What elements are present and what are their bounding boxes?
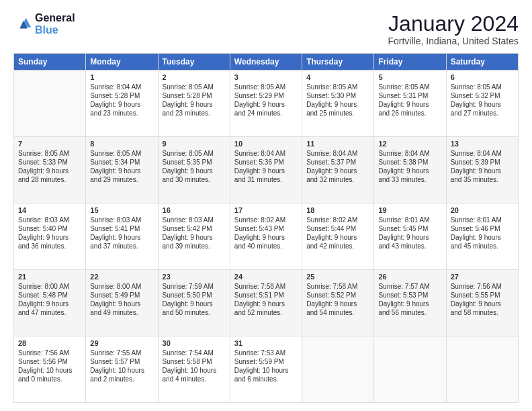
day-info: Daylight: 9 hours: [18, 167, 81, 175]
day-info: Sunset: 5:50 PM: [163, 291, 226, 300]
day-cell: 2Sunrise: 8:05 AMSunset: 5:28 PMDaylight…: [158, 71, 230, 137]
week-row-2: 7Sunrise: 8:05 AMSunset: 5:33 PMDaylight…: [14, 137, 519, 203]
day-info: and 23 minutes.: [163, 109, 226, 118]
week-row-3: 14Sunrise: 8:03 AMSunset: 5:40 PMDayligh…: [14, 203, 519, 270]
day-info: Sunset: 5:43 PM: [234, 224, 298, 233]
day-number: 12: [378, 140, 441, 148]
day-info: Daylight: 9 hours: [163, 167, 226, 175]
day-info: Daylight: 9 hours: [378, 167, 441, 175]
day-number: 7: [18, 140, 81, 148]
day-info: and 4 minutes.: [163, 375, 226, 383]
day-info: and 24 minutes.: [234, 109, 298, 118]
day-info: Sunset: 5:38 PM: [378, 158, 441, 167]
day-number: 4: [306, 73, 369, 81]
logo-icon: [13, 15, 32, 34]
header-tuesday: Tuesday: [158, 54, 230, 71]
location: Fortville, Indiana, United States: [388, 36, 519, 46]
day-info: and 30 minutes.: [163, 175, 226, 184]
day-info: Sunset: 5:29 PM: [234, 91, 298, 100]
day-cell: 6Sunrise: 8:05 AMSunset: 5:32 PMDaylight…: [446, 71, 518, 137]
day-number: 19: [378, 206, 441, 214]
day-cell: 26Sunrise: 7:57 AMSunset: 5:53 PMDayligh…: [374, 270, 446, 336]
day-number: 24: [234, 273, 298, 281]
day-info: Sunrise: 8:04 AM: [234, 149, 298, 158]
day-number: 8: [90, 140, 153, 148]
day-info: Sunrise: 8:02 AM: [306, 216, 369, 224]
day-number: 17: [234, 206, 298, 214]
day-info: and 49 minutes.: [90, 308, 153, 317]
day-info: Daylight: 9 hours: [234, 100, 298, 109]
day-info: Sunrise: 8:04 AM: [306, 149, 369, 158]
day-info: Daylight: 9 hours: [378, 233, 441, 242]
calendar-table: SundayMondayTuesdayWednesdayThursdayFrid…: [13, 53, 519, 403]
day-info: Daylight: 9 hours: [90, 100, 153, 109]
day-info: Sunrise: 7:58 AM: [306, 282, 369, 291]
day-cell: 19Sunrise: 8:01 AMSunset: 5:45 PMDayligh…: [374, 203, 446, 270]
day-info: Sunset: 5:49 PM: [90, 291, 153, 300]
day-number: 1: [90, 73, 153, 81]
day-cell: 21Sunrise: 8:00 AMSunset: 5:48 PMDayligh…: [14, 270, 86, 336]
day-info: and 26 minutes.: [378, 109, 441, 118]
day-info: and 2 minutes.: [90, 375, 153, 383]
header-sunday: Sunday: [14, 54, 86, 71]
day-info: Sunset: 5:35 PM: [163, 158, 226, 167]
day-info: Sunset: 5:32 PM: [451, 91, 514, 100]
day-info: Daylight: 9 hours: [451, 233, 514, 242]
day-info: Sunset: 5:45 PM: [378, 224, 441, 233]
day-cell: 22Sunrise: 8:00 AMSunset: 5:49 PMDayligh…: [86, 270, 158, 336]
day-number: 28: [18, 339, 81, 347]
day-info: Daylight: 9 hours: [378, 100, 441, 109]
day-info: Daylight: 9 hours: [306, 167, 369, 175]
day-info: and 45 minutes.: [451, 242, 514, 250]
day-info: and 33 minutes.: [378, 175, 441, 184]
day-number: 13: [451, 140, 514, 148]
day-cell: 25Sunrise: 7:58 AMSunset: 5:52 PMDayligh…: [302, 270, 374, 336]
day-info: Sunset: 5:46 PM: [451, 224, 514, 233]
day-info: Sunset: 5:56 PM: [18, 357, 81, 366]
day-cell: [446, 336, 518, 403]
day-info: Daylight: 9 hours: [378, 300, 441, 308]
week-row-1: 1Sunrise: 8:04 AMSunset: 5:28 PMDaylight…: [14, 71, 519, 137]
day-number: 11: [306, 140, 369, 148]
day-info: and 36 minutes.: [18, 242, 81, 250]
day-info: and 52 minutes.: [234, 308, 298, 317]
day-info: and 43 minutes.: [378, 242, 441, 250]
day-info: and 58 minutes.: [451, 308, 514, 317]
day-number: 20: [451, 206, 514, 214]
day-info: and 50 minutes.: [163, 308, 226, 317]
day-info: and 35 minutes.: [451, 175, 514, 184]
day-info: Sunrise: 7:53 AM: [234, 349, 298, 357]
day-info: Daylight: 10 hours: [163, 366, 226, 375]
day-number: 25: [306, 273, 369, 281]
day-cell: 12Sunrise: 8:04 AMSunset: 5:38 PMDayligh…: [374, 137, 446, 203]
day-cell: 16Sunrise: 8:03 AMSunset: 5:42 PMDayligh…: [158, 203, 230, 270]
day-info: Sunset: 5:57 PM: [90, 357, 153, 366]
day-info: Daylight: 10 hours: [90, 366, 153, 375]
day-info: Sunset: 5:59 PM: [234, 357, 298, 366]
month-title: January 2024: [388, 12, 519, 36]
day-info: Sunset: 5:40 PM: [18, 224, 81, 233]
day-info: and 25 minutes.: [306, 109, 369, 118]
day-number: 23: [163, 273, 226, 281]
day-info: Daylight: 9 hours: [90, 300, 153, 308]
day-info: Sunset: 5:28 PM: [163, 91, 226, 100]
header-thursday: Thursday: [302, 54, 374, 71]
day-cell: 14Sunrise: 8:03 AMSunset: 5:40 PMDayligh…: [14, 203, 86, 270]
day-cell: 20Sunrise: 8:01 AMSunset: 5:46 PMDayligh…: [446, 203, 518, 270]
day-info: Sunrise: 8:05 AM: [234, 83, 298, 91]
day-info: and 42 minutes.: [306, 242, 369, 250]
day-info: and 31 minutes.: [234, 175, 298, 184]
day-number: 9: [163, 140, 226, 148]
day-info: Sunrise: 8:01 AM: [378, 216, 441, 224]
day-number: 6: [451, 73, 514, 81]
day-cell: 29Sunrise: 7:55 AMSunset: 5:57 PMDayligh…: [86, 336, 158, 403]
day-cell: 27Sunrise: 7:56 AMSunset: 5:55 PMDayligh…: [446, 270, 518, 336]
day-info: Daylight: 9 hours: [18, 300, 81, 308]
day-cell: 11Sunrise: 8:04 AMSunset: 5:37 PMDayligh…: [302, 137, 374, 203]
day-info: Sunrise: 8:04 AM: [378, 149, 441, 158]
week-row-5: 28Sunrise: 7:56 AMSunset: 5:56 PMDayligh…: [14, 336, 519, 403]
day-number: 30: [163, 339, 226, 347]
day-number: 29: [90, 339, 153, 347]
day-info: Sunrise: 8:03 AM: [18, 216, 81, 224]
logo-line1: General: [35, 12, 75, 24]
